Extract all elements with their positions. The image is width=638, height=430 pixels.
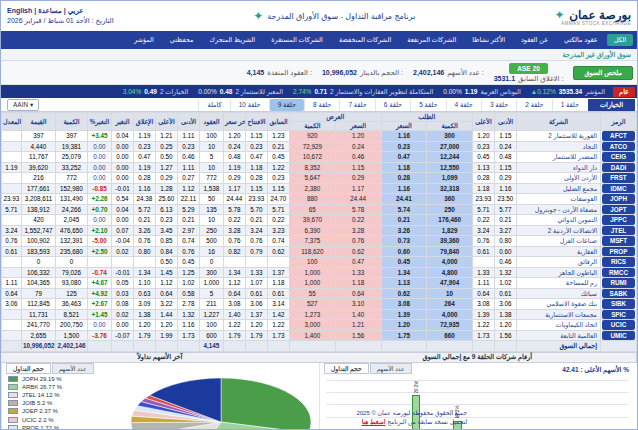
ring-tab-حلقة 9[interactable]: حلقة 9 [269,99,304,111]
company-name[interactable]: دار الدواء [517,162,601,173]
cell: 3.10 [335,299,381,310]
symbol-badge-RMCC[interactable]: RMCC [602,268,635,278]
symbol-badge-SABK[interactable]: SABK [602,289,635,299]
panel-tab-حجم التداول[interactable]: حجم التداول [324,363,369,374]
company-name[interactable]: سبائك [517,288,601,299]
symbol-badge-UCIC[interactable]: UCIC [602,320,635,330]
table-row[interactable]: 11,7318,521+1.450.021.381.441.321,2271.4… [2,309,637,320]
nav-item-الكل[interactable]: الكل [607,34,633,46]
symbol-badge-ATCO[interactable]: ATCO [602,142,635,152]
symbol-badge-RICS[interactable]: RICS [602,257,635,267]
cell: 0.85 [156,236,178,247]
click-here-link[interactable]: اضغط هنا [362,419,386,425]
symbol-badge-PROP[interactable]: PROP [602,247,635,257]
symbol-badge-DADI[interactable]: DADI [602,163,635,173]
table-row[interactable]: 177,661152,980-0.85-0.011.161.281.121,53… [2,183,637,194]
company-name[interactable]: الرقائق [517,257,601,268]
cell: 32,318 [427,183,473,194]
company-name[interactable]: العالمية التابعة [517,330,601,341]
company-name[interactable]: العقارية [517,246,601,257]
nav-item-الشركات المستقرة[interactable]: الشركات المستقرة [264,34,330,46]
tab-unlisted-market[interactable]: سوق الأوراق غير المدرجة [563,51,631,59]
nav-item-الشركات المنخفضة[interactable]: الشركات المنخفضة [332,34,398,46]
company-name[interactable]: بنك صفوة الاسلامي [517,299,601,310]
cell: 0.82 [224,246,246,257]
ring-tab-حلقة 5[interactable]: حلقة 5 [410,99,445,111]
table-row[interactable]: 1.11104,36593,080+4.670.051.101.121.021,… [2,278,637,289]
ring-tab-حلقة 8[interactable]: حلقة 8 [304,99,339,111]
nav-item-الأكثر نشاطا[interactable]: الأكثر نشاطا [465,34,512,46]
symbol-badge-AFCT[interactable]: AFCT [602,131,635,141]
panel-tab-عدد الأسهم[interactable]: عدد الأسهم [370,363,412,374]
table-row[interactable]: 000.500.4501000.470.454,0000.46الرقائقRI… [2,257,637,268]
ring-tab-حلقة 6[interactable]: حلقة 6 [375,99,410,111]
table-row[interactable]: 4,44019,3810.000.000.230.250.23100.240.2… [2,141,637,152]
company-name[interactable]: مجمعات الاستثمارية [517,309,601,320]
nav-item-الشريط المتحرك[interactable]: الشريط المتحرك [203,34,263,46]
nav-item-المؤشر[interactable]: المؤشر [127,34,161,46]
panel-tab-حجم التداول[interactable]: حجم التداول [6,363,51,374]
ring-tab-كاملة[interactable]: كاملة [198,99,229,111]
table-row[interactable]: 11,76725,0790.000.000.470.500.4650.480.4… [2,152,637,163]
symbol-badge-JPPC[interactable]: JPPC [602,215,635,225]
cell: 24.44 [335,194,381,205]
table-row[interactable]: 3.241,552,747476,650+2.100.073.263.452.9… [2,225,637,236]
company-name[interactable]: الفوسفات [517,194,601,205]
symbol-badge-JOPH[interactable]: JOPH [602,194,635,204]
cell: 138,912 [22,204,56,215]
symbol-badge-IDMC[interactable]: IDMC [602,184,635,194]
symbol-badge-JTEL[interactable]: JTEL [602,226,635,236]
symbol-badge-RUMI[interactable]: RUMI [602,278,635,288]
company-name[interactable]: مصفاة الأردن - جوبترول [517,204,601,215]
company-name[interactable]: رم للمساحة [517,278,601,289]
symbol-badge-MSFT[interactable]: MSFT [602,236,635,246]
company-name[interactable]: اتحاد الكيماويات [517,320,601,331]
table-row[interactable]: 23.933,208,611131,490+2.260.5424.3825.60… [2,194,637,205]
table-row[interactable]: 1.1939,62033,2520.000.001.191.271.11101.… [2,162,637,173]
nav-item-الشركات المرتفعة[interactable]: الشركات المرتفعة [400,34,463,46]
ring-tab-حلقة 1[interactable]: حلقة 1 [552,99,587,111]
ring-tab-حلقة 2[interactable]: حلقة 2 [516,99,551,111]
cell: 79 [22,288,56,299]
panel-tab-عدد الأسهم[interactable]: عدد الأسهم [52,363,94,374]
table-row[interactable]: 0.76100,902132,391-5.00-0.040.760.850.74… [2,236,637,247]
table-row[interactable]: 241,770200,7500.000.001.201.201.161001.2… [2,320,637,331]
ring-tab-حلقة 3[interactable]: حلقة 3 [481,99,516,111]
market-summary-button[interactable]: ملخص السوق [573,66,633,80]
company-name[interactable]: الباطون الجاهز [517,267,601,278]
company-name[interactable]: الأردن الأولى [517,173,601,184]
table-row[interactable]: 2167720.000.000.280.290.277720.290.280.2… [2,173,637,184]
table-row[interactable]: 5.71138,91224,266+0.700.045.726.135.2913… [2,204,637,215]
table-row[interactable]: 0.61183,593235,680+2.500.020.800.840.761… [2,246,637,257]
tab-options[interactable]: الخيارات [588,99,635,111]
table-row[interactable]: 397397+3.450.041.191.211.111001.201.151.… [2,131,637,142]
cell: 1.15 [246,183,268,194]
nav-item-محفظتي[interactable]: محفظتي [163,34,201,46]
company-name[interactable]: صناعات الغزل [517,236,601,247]
company-name[interactable]: التموين الدوائي [517,215,601,226]
symbol-badge-JOPT[interactable]: JOPT [602,205,635,215]
company-name[interactable]: الاتصالات الأردنية 2 [517,225,601,236]
table-row[interactable]: 3.06112,84536,463+2.670.083.093.222.7821… [2,299,637,310]
table-row[interactable]: 0.6479125+4.920.030.630.640.5850.640.610… [2,288,637,299]
company-name[interactable]: مجمع الضليل [517,183,601,194]
ring-tab-حلقة 7[interactable]: حلقة 7 [339,99,374,111]
symbol-badge-SPIC[interactable]: SPIC [602,310,635,320]
table-row[interactable]: 4202,0450.000.000.210.230.21100.220.210.… [2,215,637,226]
nav-item-عقود مالكتي[interactable]: عقود مالكتي [557,34,605,46]
symbol-badge-FRST[interactable]: FRST [602,173,635,183]
ring-tab-حلقة 4[interactable]: حلقة 4 [446,99,481,111]
table-row[interactable]: 2,6551,500-3.76-0.071.791.991.736001.791… [2,330,637,341]
totals-cell [2,341,22,352]
symbol-badge-SIBK[interactable]: SIBK [602,299,635,309]
language-links[interactable]: English | عربي | مساعدة [7,6,114,16]
table-row[interactable]: 106,33279,026-0.74-0.011.341.451.253001.… [2,267,637,278]
ring-tab-حلقة 10[interactable]: حلقة 10 [230,99,269,111]
symbol-badge-CEIG[interactable]: CEIG [602,152,635,162]
company-name[interactable]: النجاد [517,141,601,152]
company-name[interactable]: الفورية للاستثمار 2 [517,131,601,142]
symbol-dropdown[interactable]: AAIN ▾ [7,99,39,111]
symbol-badge-UMIC[interactable]: UMIC [602,331,635,341]
company-name[interactable]: المصدر للاستثمار [517,152,601,163]
nav-item-عن العقود[interactable]: عن العقود [514,34,555,46]
